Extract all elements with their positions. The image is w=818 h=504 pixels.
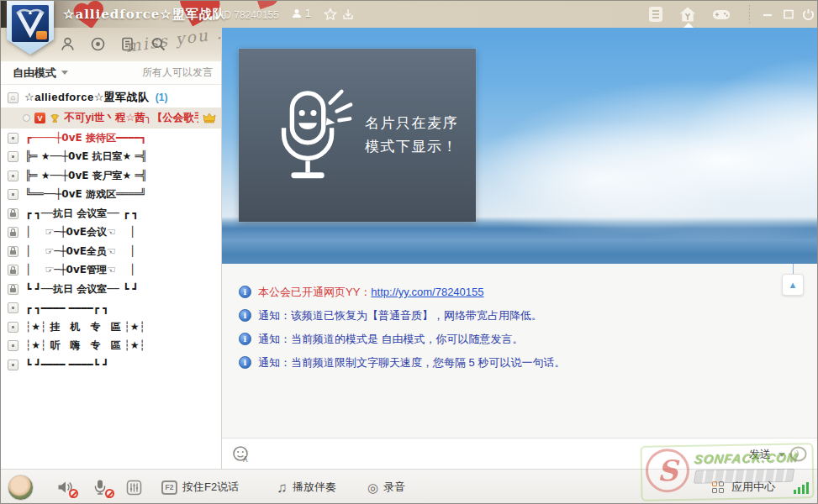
message-input-bar[interactable]: A 发送 bbox=[222, 438, 818, 469]
channel-title: ☆alliedforce☆盟军战队 bbox=[63, 7, 226, 23]
mic-mute-button[interactable] bbox=[92, 479, 111, 496]
sidebar-toolbar bbox=[58, 34, 167, 53]
scroll-to-top-button[interactable]: ▲ bbox=[782, 274, 804, 296]
channel-label: │ ☞─┼0vE会议☜ │ bbox=[25, 225, 135, 239]
collect-download-icon[interactable] bbox=[339, 6, 357, 23]
online-count-value: 1 bbox=[305, 8, 311, 19]
yy-home-icon[interactable] bbox=[678, 6, 697, 23]
search-icon[interactable] bbox=[149, 34, 167, 53]
channel-row[interactable]: ┏ ┓━━━━ ━━━━┏ ┓ bbox=[1, 299, 221, 318]
notice-text: 通知：当前频道限制文字聊天速度，您每隔 5 秒可以说一句话。 bbox=[258, 356, 565, 369]
close-power-button[interactable] bbox=[799, 6, 817, 23]
chevron-down-icon[interactable] bbox=[61, 71, 68, 75]
member-row-selected[interactable]: V 不可yi世丶程☆茜╮【公会歌手】 bbox=[1, 108, 221, 129]
channel-web-link[interactable]: http://yy.com/78240155 bbox=[371, 286, 483, 298]
record-button[interactable]: ◎ 录音 bbox=[367, 480, 405, 495]
channel-icon bbox=[8, 171, 18, 181]
channel-label: ┆★┆ 听 嗨 专 區 ┆★┆ bbox=[25, 339, 145, 353]
root-channel-row[interactable]: ⌂ ☆alliedforce☆盟军战队 (1) bbox=[1, 87, 221, 108]
chat-area: ▲ i 本公会已开通网页YY：http://yy.com/78240155 i … bbox=[222, 264, 818, 438]
channel-row[interactable]: │ ☞─┼0vE管理☜ │ bbox=[1, 261, 221, 281]
root-channel-label: ☆alliedforce☆盟军战队 bbox=[24, 90, 150, 105]
my-avatar[interactable] bbox=[8, 475, 34, 501]
member-name: 不可yi世丶程☆茜╮【公会歌手】 bbox=[64, 111, 198, 125]
info-icon: i bbox=[239, 333, 251, 345]
channel-icon bbox=[8, 302, 18, 313]
notice-message: i 通知：当前频道限制文字聊天速度，您每隔 5 秒可以说一句话。 bbox=[239, 356, 818, 369]
music-note-icon: ♫ bbox=[277, 480, 288, 495]
channel-row[interactable]: ╠═ ★──┼0vE 丧尸室★ ═╣ bbox=[1, 166, 221, 186]
notice-text: 通知：该频道已恢复为【普通音质】，网络带宽占用降低。 bbox=[258, 309, 542, 322]
network-signal-icon bbox=[794, 481, 809, 494]
guild-logo[interactable] bbox=[7, 1, 54, 55]
channel-row[interactable]: ┗ ┛━━━━ ━━━━┗ ┛ bbox=[1, 355, 221, 375]
channel-label: │ ☞─┼0vE管理☜ │ bbox=[25, 263, 135, 277]
channel-row[interactable]: ┗ ┛──抗日 会议室── ┗ ┛ bbox=[1, 280, 221, 299]
mic-card-text: 名片只在麦序 模式下显示！ bbox=[365, 112, 458, 159]
send-button[interactable]: 发送 bbox=[749, 447, 785, 462]
record-label: 录音 bbox=[383, 480, 405, 495]
voice-indicator-icon bbox=[23, 114, 30, 122]
channel-label: ┗ ┛━━━━ ━━━━┗ ┛ bbox=[25, 359, 108, 370]
channel-row[interactable]: │ ☞─┼0vE全员☜ │ bbox=[1, 242, 221, 261]
news-feed-icon[interactable] bbox=[646, 6, 665, 23]
muted-indicator bbox=[105, 489, 114, 498]
channel-label: ┆★┆ 挂 机 专 區 ┆★┆ bbox=[25, 320, 145, 334]
video-stage: 名片只在麦序 模式下显示！ bbox=[222, 28, 818, 264]
channel-label: ┗ ┛──抗日 会议室── ┗ ┛ bbox=[25, 282, 139, 297]
game-center-icon[interactable] bbox=[712, 6, 731, 23]
maximize-button[interactable] bbox=[779, 6, 798, 23]
channel-row[interactable]: ┏ ┓──抗日 会议室── ┏ ┓ bbox=[1, 204, 221, 223]
title-bar: ☆alliedforce☆盟军战队 ID 78240155 1 bbox=[1, 1, 818, 28]
favorite-star-icon[interactable] bbox=[321, 6, 340, 23]
send-options-caret[interactable] bbox=[778, 453, 785, 457]
channel-icon bbox=[8, 189, 18, 200]
push-to-talk-button[interactable]: F2 按住F2说话 bbox=[161, 480, 239, 495]
emoticon-icon[interactable]: A bbox=[232, 445, 251, 464]
channel-icon bbox=[8, 133, 18, 144]
vip-badge: V bbox=[34, 113, 45, 123]
channel-label: ╠═ ★──┼0vE 抗日室★ ═╣ bbox=[25, 150, 147, 164]
notice-text: 本公会已开通网页YY： bbox=[258, 286, 371, 298]
location-icon[interactable] bbox=[88, 34, 107, 53]
channel-row[interactable]: ╠═ ★──┼0vE 抗日室★ ═╣ bbox=[1, 148, 221, 167]
channel-row[interactable]: ┆★┆ 挂 机 专 區 ┆★┆ bbox=[1, 318, 221, 337]
home-channel-icon: ⌂ bbox=[8, 92, 18, 103]
trophy-icon bbox=[50, 113, 60, 124]
channel-id: ID 78240155 bbox=[221, 9, 279, 21]
mic-smiley-icon bbox=[262, 81, 362, 190]
channel-row[interactable]: ╚══──┼0vE 游戏区════╝ bbox=[1, 186, 221, 205]
online-count: 1 bbox=[292, 8, 311, 19]
channel-icon bbox=[8, 360, 18, 370]
logo-badge bbox=[36, 31, 47, 39]
mode-dropdown[interactable]: 自由模式 bbox=[13, 66, 56, 81]
channel-info-icon[interactable] bbox=[119, 34, 137, 53]
sidebar: miss you … 自由模式 所有人可以发言 bbox=[1, 28, 222, 469]
channel-row[interactable]: ┏────┼0vE 接待区━━━━┓ bbox=[1, 129, 221, 148]
audio-mixer-button[interactable] bbox=[126, 480, 142, 496]
member-list-icon[interactable] bbox=[58, 34, 77, 53]
notice-message: i 通知：当前频道的模式是 自由模式，你可以随意发言。 bbox=[239, 333, 818, 345]
channel-icon bbox=[8, 246, 18, 257]
speak-permission-hint: 所有人可以发言 bbox=[142, 66, 213, 80]
app-center-icon[interactable] bbox=[712, 481, 725, 494]
app-window: ☆alliedforce☆盟军战队 ID 78240155 1 bbox=[0, 0, 818, 504]
muted-indicator bbox=[69, 489, 78, 498]
info-icon: i bbox=[239, 356, 251, 369]
root-channel-count: (1) bbox=[156, 92, 168, 103]
mic-mode-card: 名片只在麦序 模式下显示！ bbox=[239, 49, 476, 222]
minimize-button[interactable] bbox=[758, 6, 777, 23]
notice-message: i 本公会已开通网页YY：http://yy.com/78240155 bbox=[239, 286, 818, 298]
channel-row[interactable]: │ ☞─┼0vE会议☜ │ bbox=[1, 223, 221, 243]
channel-tree: ⌂ ☆alliedforce☆盟军战队 (1) V 不可yi世丶程☆茜╮【公会歌… bbox=[1, 85, 221, 375]
channel-icon bbox=[8, 284, 18, 295]
send-label: 发送 bbox=[749, 447, 771, 462]
mixer-icon bbox=[126, 480, 142, 496]
info-icon: i bbox=[239, 286, 251, 298]
push-to-talk-label: 按住F2说话 bbox=[182, 480, 239, 495]
app-center-label[interactable]: 应用中心 bbox=[731, 480, 775, 495]
speaker-mute-button[interactable] bbox=[56, 479, 75, 496]
channel-icon bbox=[8, 151, 18, 162]
channel-row[interactable]: ┆★┆ 听 嗨 专 區 ┆★┆ bbox=[1, 337, 221, 356]
play-accompaniment-button[interactable]: ♫ 播放伴奏 bbox=[277, 480, 336, 495]
